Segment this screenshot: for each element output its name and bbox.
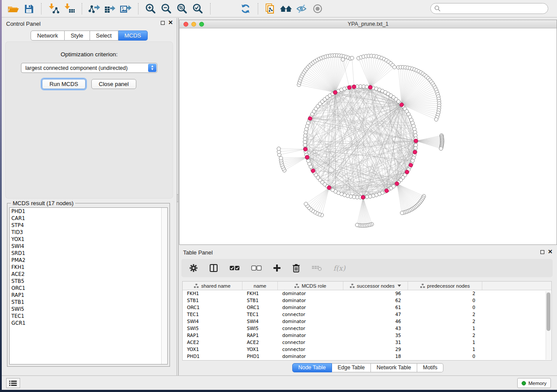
import-network-button[interactable] <box>46 2 62 16</box>
network-hub-node[interactable] <box>304 147 308 151</box>
table-cell[interactable]: dominator <box>278 290 343 297</box>
table-scrollbar[interactable] <box>546 291 551 360</box>
mcds-result-item[interactable]: YOX1 <box>10 236 167 243</box>
table-cell[interactable]: connector <box>278 325 343 332</box>
table-cell[interactable]: connector <box>278 311 343 318</box>
table-cell[interactable]: FKH1 <box>242 290 278 297</box>
show-columns-button[interactable] <box>209 264 218 272</box>
table-cell[interactable]: SWI5 <box>183 325 242 332</box>
mcds-result-item[interactable]: TEC1 <box>10 313 167 320</box>
optimization-criterion-select[interactable]: largest connected component (undirected)… <box>21 63 157 73</box>
tab-select[interactable]: Select <box>90 31 118 41</box>
mcds-result-list[interactable]: PHD1CAR1STP4TID3YOX1SWI4SRD1PMA2FKH1ACE2… <box>9 207 168 364</box>
table-cell[interactable]: SWI4 <box>183 318 242 325</box>
close-window-icon[interactable] <box>183 22 188 27</box>
network-hub-node[interactable] <box>400 103 404 107</box>
network-hub-node[interactable] <box>311 169 315 173</box>
column-header-name[interactable]: name <box>242 282 278 290</box>
network-node[interactable] <box>277 147 280 151</box>
table-cell[interactable]: dominator <box>278 332 343 339</box>
table-row[interactable]: ORC1ORC1dominator610 <box>183 304 551 311</box>
delete-column-button[interactable] <box>292 264 300 272</box>
network-node[interactable] <box>304 202 308 206</box>
table-cell[interactable]: connector <box>278 346 343 353</box>
network-hub-node[interactable] <box>409 163 413 167</box>
mcds-result-item[interactable]: TID3 <box>10 229 167 236</box>
network-node[interactable] <box>434 117 438 121</box>
zoom-selected-button[interactable] <box>190 2 206 16</box>
table-cell[interactable]: 62 <box>343 297 408 304</box>
mcds-result-item[interactable]: ACE2 <box>10 271 167 278</box>
mcds-result-item[interactable]: STP4 <box>10 222 167 229</box>
task-history-button[interactable] <box>6 378 20 388</box>
network-hub-node[interactable] <box>327 186 331 189</box>
table-cell[interactable]: SWI4 <box>242 318 278 325</box>
close-panel-icon[interactable]: ✕ <box>168 20 173 25</box>
table-row[interactable]: FKH1FKH1dominator962 <box>183 290 551 297</box>
network-hub-node[interactable] <box>413 150 417 154</box>
table-row[interactable]: RAP1RAP1dominator352 <box>183 332 551 339</box>
table-settings-button[interactable] <box>189 264 198 272</box>
search-input[interactable] <box>441 4 548 13</box>
table-cell[interactable]: TEC1 <box>242 311 278 318</box>
network-hub-node[interactable] <box>333 90 337 94</box>
save-button[interactable] <box>21 2 37 16</box>
table-cell[interactable]: ACE2 <box>183 339 242 346</box>
network-node[interactable] <box>355 223 359 227</box>
network-canvas[interactable] <box>180 28 557 244</box>
mcds-result-item[interactable]: RAP1 <box>10 292 167 299</box>
network-window-titlebar[interactable]: YPA_prune.txt_1 <box>180 20 557 28</box>
network-hub-node[interactable] <box>347 86 351 89</box>
table-cell[interactable]: 43 <box>343 325 408 332</box>
table-cell[interactable]: 96 <box>343 290 408 297</box>
table-cell[interactable]: SWI5 <box>242 325 278 332</box>
export-web-button[interactable] <box>263 2 278 16</box>
table-cell[interactable]: 46 <box>343 318 408 325</box>
zoom-out-button[interactable] <box>159 2 174 16</box>
table-cell[interactable]: ORC1 <box>183 304 242 311</box>
export-image-button[interactable] <box>118 2 134 16</box>
table-row[interactable]: SWI5SWI5connector431 <box>183 325 551 332</box>
table-cell[interactable]: dominator <box>278 297 343 304</box>
table-cell[interactable]: PHD1 <box>242 353 278 360</box>
table-row[interactable]: PHD1PHD1dominator180 <box>183 353 551 360</box>
table-cell[interactable]: TEC1 <box>183 311 242 318</box>
export-table-button[interactable] <box>102 2 118 16</box>
table-row[interactable]: YOX1YOX1connector291 <box>183 346 551 353</box>
mcds-result-item[interactable]: PMA2 <box>10 257 167 264</box>
open-file-button[interactable] <box>5 2 21 16</box>
table-cell[interactable]: 2 <box>408 332 482 339</box>
table-cell[interactable]: 47 <box>343 311 408 318</box>
table-cell[interactable]: RAP1 <box>242 332 278 339</box>
mcds-result-item[interactable]: STB1 <box>10 299 167 306</box>
tab-node-table[interactable]: Node Table <box>292 363 332 372</box>
maximize-window-icon[interactable] <box>199 22 204 27</box>
table-cell[interactable]: PHD1 <box>183 353 242 360</box>
select-all-button[interactable] <box>229 265 240 271</box>
table-row[interactable]: SWI4SWI4dominator462 <box>183 318 551 325</box>
table-cell[interactable]: 1 <box>408 339 482 346</box>
close-table-panel-icon[interactable]: ✕ <box>548 249 553 254</box>
table-scrollbar-thumb[interactable] <box>547 292 550 331</box>
minimize-window-icon[interactable] <box>191 22 196 27</box>
mcds-result-item[interactable]: STB5 <box>10 278 167 285</box>
table-row[interactable]: STB1STB1dominator620 <box>183 297 551 304</box>
column-header-predecessor-nodes[interactable]: predecessor nodes <box>408 282 482 290</box>
tab-network-table[interactable]: Network Table <box>371 363 417 372</box>
network-node[interactable] <box>439 147 443 150</box>
zoom-fit-button[interactable] <box>174 2 190 16</box>
hide-graphics-details-button[interactable] <box>294 2 310 16</box>
table-cell[interactable]: RAP1 <box>183 332 242 339</box>
table-cell[interactable]: 1 <box>408 346 482 353</box>
home-button[interactable] <box>278 2 294 16</box>
mcds-result-item[interactable]: PHD1 <box>10 208 167 215</box>
table-cell[interactable]: dominator <box>278 353 343 360</box>
tab-network[interactable]: Network <box>31 31 65 41</box>
table-cell[interactable]: 1 <box>408 325 482 332</box>
table-cell[interactable]: dominator <box>278 304 343 311</box>
column-header-successor-nodes[interactable]: successor nodes <box>343 282 408 290</box>
table-cell[interactable]: 29 <box>343 346 408 353</box>
network-hub-node[interactable] <box>368 86 372 89</box>
tab-motifs[interactable]: Motifs <box>417 363 443 372</box>
network-node[interactable] <box>400 211 404 215</box>
